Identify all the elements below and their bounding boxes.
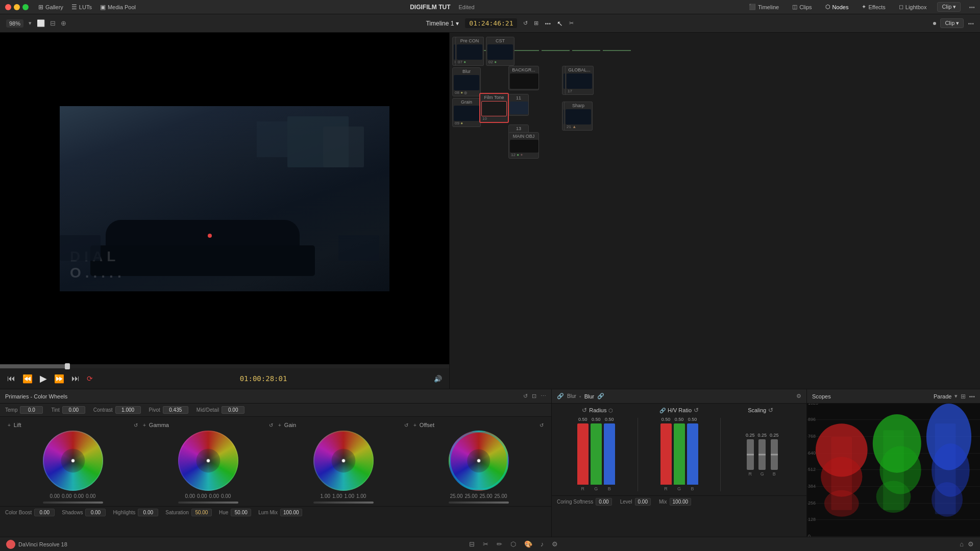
node-cst[interactable]: CST 02 ● [486, 37, 514, 66]
gear-icon[interactable]: ⚙ [968, 540, 974, 548]
node-global[interactable]: GLOBAL... 17 [565, 66, 594, 95]
deliver-icon[interactable]: ⚙ [552, 540, 558, 548]
hue-value[interactable]: 50.00 [231, 509, 251, 516]
node-mainobj[interactable]: MAIN OBJ 12 ● ✦ [508, 132, 539, 159]
fairlight-icon[interactable]: ♪ [541, 540, 544, 548]
timeline-nav[interactable]: ⬛ Timeline [746, 3, 781, 11]
hv-link-icon: 🔗 [659, 408, 666, 413]
tint-input[interactable] [62, 406, 85, 414]
reset-icon[interactable]: ↺ [523, 393, 528, 399]
media-icon[interactable]: ⊟ [469, 540, 475, 548]
gain-label: Gain [284, 422, 296, 428]
radius-link-icon[interactable]: ⬡ [608, 408, 613, 413]
minimize-button[interactable] [14, 4, 20, 10]
lightbox-nav[interactable]: ◻ Lightbox [896, 3, 929, 11]
close-button[interactable] [5, 4, 11, 10]
trim-icon[interactable]: ✂ [569, 20, 574, 27]
fusion-icon[interactable]: ⬡ [510, 540, 516, 548]
timecode-display[interactable]: 01:24:46:21 [465, 18, 517, 28]
toolbar-icon-2[interactable]: ⊟ [50, 19, 56, 27]
node-precon[interactable]: Pre CON 07 ● [455, 37, 484, 66]
auto-icon[interactable]: ⊡ [532, 393, 536, 399]
scopes-grid-icon[interactable]: ⊞ [961, 393, 966, 400]
nodes-nav[interactable]: ⬡ Nodes [823, 3, 851, 11]
gamma-reset-btn[interactable]: + [143, 422, 146, 428]
radius-reset-icon[interactable]: ↺ [582, 407, 587, 414]
scrubber-handle[interactable] [65, 363, 70, 369]
radius-r-bar [577, 423, 589, 485]
more-options-icon[interactable]: ••• [969, 4, 975, 10]
scaling-reset-icon[interactable]: ↺ [768, 407, 773, 414]
gain-auto-btn[interactable]: ↺ [404, 422, 408, 428]
node-filmtone[interactable]: Film Tone 10 [479, 93, 509, 123]
lift-reset-btn[interactable]: + [8, 422, 11, 428]
contrast-input[interactable] [115, 406, 141, 414]
blur-settings-icon[interactable]: ⚙ [796, 393, 801, 399]
cut-icon[interactable]: ✂ [483, 540, 488, 548]
toolbar-icon-1[interactable]: ⬜ [37, 19, 45, 27]
coring-value[interactable]: 0.00 [596, 498, 611, 506]
color-icon[interactable]: 🎨 [524, 540, 532, 548]
hv-r-wrap: 0.50 R [660, 417, 672, 491]
maximize-button[interactable] [22, 4, 29, 10]
pivot-input[interactable] [163, 406, 188, 414]
radius-header: ↺ Radius ⬡ [582, 407, 613, 414]
node-grain[interactable]: Grain 09 ● [452, 98, 481, 127]
middetail-input[interactable] [222, 406, 244, 414]
gamma-wheel[interactable] [178, 431, 238, 491]
gamma-slider[interactable] [178, 502, 238, 504]
node-blur[interactable]: Blur 08 ● ◎ [452, 67, 481, 96]
skip-back-icon[interactable]: ⏮ [7, 374, 15, 383]
lift-slider[interactable] [43, 502, 103, 504]
level-value[interactable]: 0.00 [635, 498, 651, 506]
home-icon[interactable]: ⌂ [960, 540, 964, 548]
mix-value[interactable]: 100.00 [670, 498, 692, 506]
timeline-scrubber[interactable] [0, 364, 449, 368]
clip-mode-btn[interactable]: Clip ▾ [940, 18, 964, 28]
play-icon[interactable]: ▶ [40, 373, 47, 384]
toolbar-icon-3[interactable]: ⊕ [61, 19, 66, 27]
lum-mix-value[interactable]: 100.00 [280, 509, 302, 516]
grid-icon[interactable]: ⊞ [534, 20, 538, 27]
gain-reset-btn[interactable]: + [278, 422, 281, 428]
node-backgr[interactable]: BACKGR... [508, 66, 539, 90]
parade-dropdown-arrow[interactable]: ▾ [954, 393, 958, 399]
scopes-more-icon[interactable]: ••• [969, 393, 975, 399]
volume-icon[interactable]: 🔊 [434, 375, 442, 383]
lift-wheel[interactable] [43, 431, 103, 491]
highlights-value[interactable]: 0.00 [138, 509, 158, 516]
gain-wheel[interactable] [313, 431, 374, 491]
offset-reset-btn[interactable]: + [413, 422, 416, 428]
zoom-level[interactable]: 98% [6, 19, 23, 28]
offset-auto-btn[interactable]: ↺ [540, 422, 544, 428]
clip-dropdown[interactable]: Clip ▾ [937, 2, 961, 12]
gamma-auto-btn[interactable]: ↺ [269, 422, 273, 428]
panel-settings-icon[interactable]: ⋯ [541, 393, 546, 399]
more-options-btn[interactable]: ••• [968, 20, 974, 27]
shadows-value[interactable]: 0.00 [85, 509, 106, 516]
loop-icon[interactable]: ⟳ [87, 374, 93, 383]
temp-input[interactable] [20, 406, 43, 414]
edit-icon[interactable]: ✏ [497, 540, 502, 548]
offset-slider[interactable] [449, 502, 509, 504]
lift-auto-btn[interactable]: ↺ [134, 422, 138, 428]
parade-mode-btn[interactable]: Parade [934, 393, 951, 399]
gallery-nav[interactable]: ⊞ Gallery [36, 3, 66, 12]
step-forward-icon[interactable]: ⏩ [54, 374, 64, 384]
saturation-value[interactable]: 50.00 [191, 509, 212, 516]
clips-nav[interactable]: ◫ Clips [790, 3, 814, 11]
effects-nav[interactable]: ✦ Effects [859, 3, 888, 11]
offset-wheel[interactable] [449, 431, 509, 491]
hv-reset-icon[interactable]: ↺ [694, 407, 699, 414]
gain-slider[interactable] [313, 502, 374, 504]
refresh-icon[interactable]: ↺ [523, 20, 528, 27]
more-icon[interactable]: ••• [545, 20, 551, 27]
mediapool-nav[interactable]: ▣ Media Pool [97, 3, 138, 12]
skip-forward-icon[interactable]: ⏭ [71, 374, 80, 383]
timeline-name[interactable]: Timeline 1 ▾ [426, 20, 459, 27]
luts-nav[interactable]: ☰ LUTs [69, 3, 94, 12]
brand-name: DaVinci Resolve 18 [18, 541, 67, 547]
node-sharp[interactable]: Sharp 21 ▲ [564, 102, 593, 131]
color-boost-value[interactable]: 0.00 [34, 509, 55, 516]
step-back-icon[interactable]: ⏪ [22, 374, 33, 384]
